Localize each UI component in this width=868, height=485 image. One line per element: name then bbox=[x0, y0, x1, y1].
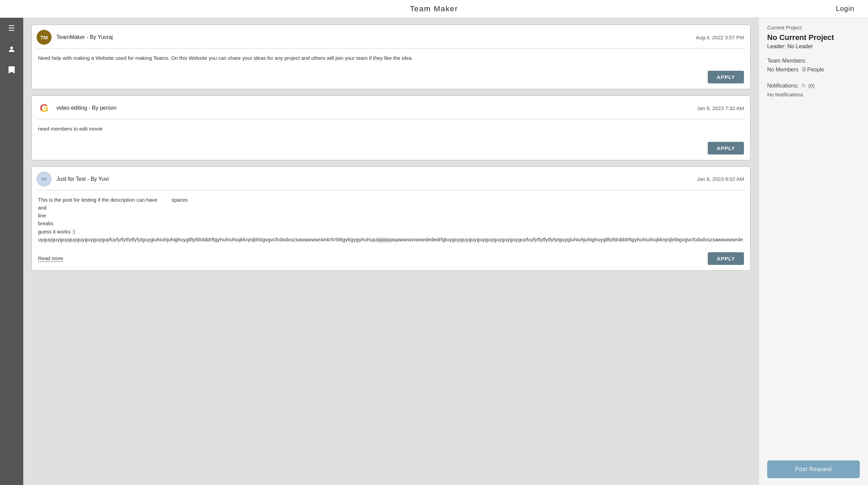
avatar-yuvi-icon: YV bbox=[37, 172, 52, 187]
avatar-tm-icon: TM bbox=[37, 30, 52, 45]
login-button[interactable]: Login bbox=[836, 5, 854, 13]
panel-section-title: Current Project bbox=[767, 25, 860, 30]
card-header-2: G video editing - By person Jan 8, 2023 … bbox=[32, 96, 750, 119]
post-body-line-4: guess it works :) bbox=[38, 229, 75, 234]
bookmark-icon[interactable] bbox=[6, 64, 17, 77]
card-header-1: TM TeamMaker - By Yuvraj Aug 4, 2022 3:5… bbox=[32, 25, 750, 48]
panel-notifications-title: Notifications: bbox=[767, 83, 799, 89]
post-card-3: YV Just for Test - By Yuvi Jan 8, 2023 8… bbox=[31, 166, 750, 271]
apply-button-3[interactable]: APPLY bbox=[708, 252, 744, 265]
main-feed: TM TeamMaker - By Yuvraj Aug 4, 2022 3:5… bbox=[23, 18, 759, 485]
refresh-icon[interactable]: ↻ bbox=[801, 82, 806, 89]
post-body-line-2: line bbox=[38, 213, 46, 218]
card-header-left-1: TM TeamMaker - By Yuvraj bbox=[37, 30, 113, 45]
card-header-3: YV Just for Test - By Yuvi Jan 8, 2023 8… bbox=[32, 167, 750, 190]
sidebar: ☰ bbox=[0, 18, 23, 485]
avatar-1: TM bbox=[37, 30, 52, 45]
card-footer-1: APPLY bbox=[32, 68, 750, 89]
read-more-link[interactable]: Read more bbox=[38, 255, 63, 262]
panel-members-count: 0 People bbox=[803, 67, 824, 73]
post-request-button[interactable]: Post Request bbox=[767, 460, 860, 478]
right-panel: Current Project No Current Project Leade… bbox=[759, 18, 868, 485]
post-body-1: Need help with making a Website used for… bbox=[32, 49, 750, 68]
post-body-line-5: uyguyguyguyguyguyguyguyguyfuyfytfytfytfy… bbox=[38, 237, 743, 242]
avatar-2: G bbox=[37, 100, 52, 116]
panel-notifications-row: Notifications: ↻ (0) bbox=[767, 82, 860, 89]
panel-no-notifications: No Notifications bbox=[767, 92, 860, 97]
apply-button-2[interactable]: APPLY bbox=[708, 142, 744, 154]
card-footer-3: Read more APPLY bbox=[32, 250, 750, 270]
apply-button-1[interactable]: APPLY bbox=[708, 71, 744, 83]
post-body-line-0: This is the post for testing if the desc… bbox=[38, 197, 188, 203]
post-card-2: G video editing - By person Jan 8, 2023 … bbox=[31, 95, 750, 160]
post-body-line-3: breaks bbox=[38, 220, 53, 226]
panel-members-label: No Members bbox=[767, 67, 799, 73]
layout: ☰ TM TeamMaker - By Yuvraj bbox=[0, 18, 868, 485]
post-timestamp-2: Jan 8, 2023 7:32 AM bbox=[697, 105, 744, 111]
card-footer-2: APPLY bbox=[32, 139, 750, 160]
card-header-left-3: YV Just for Test - By Yuvi bbox=[37, 172, 109, 187]
app-title: Team Maker bbox=[410, 4, 458, 13]
post-title-1: TeamMaker - By Yuvraj bbox=[56, 34, 113, 40]
header: Team Maker Login bbox=[0, 0, 868, 18]
post-body-2: need members to edit movie bbox=[32, 119, 750, 139]
user-icon[interactable] bbox=[5, 43, 18, 55]
menu-icon[interactable]: ☰ bbox=[6, 22, 17, 35]
google-g-icon: G bbox=[40, 102, 49, 114]
post-title-3: Just for Test - By Yuvi bbox=[56, 176, 109, 182]
post-title-2: video editing - By person bbox=[56, 105, 117, 111]
post-card-1: TM TeamMaker - By Yuvraj Aug 4, 2022 3:5… bbox=[31, 25, 750, 89]
panel-leader: Leader: No Leader bbox=[767, 43, 860, 50]
card-header-left-2: G video editing - By person bbox=[37, 100, 117, 116]
post-body-3: This is the post for testing if the desc… bbox=[32, 190, 750, 250]
panel-members-title: Team Members: bbox=[767, 58, 860, 64]
panel-notifications-count: (0) bbox=[809, 83, 815, 89]
avatar-3: YV bbox=[37, 172, 52, 187]
post-timestamp-3: Jan 8, 2023 8:02 AM bbox=[697, 176, 744, 182]
svg-point-0 bbox=[10, 46, 13, 49]
post-timestamp-1: Aug 4, 2022 3:57 PM bbox=[696, 35, 744, 40]
panel-project-name: No Current Project bbox=[767, 33, 860, 42]
post-body-line-1: and bbox=[38, 205, 46, 211]
panel-members-row: No Members 0 People bbox=[767, 67, 860, 73]
